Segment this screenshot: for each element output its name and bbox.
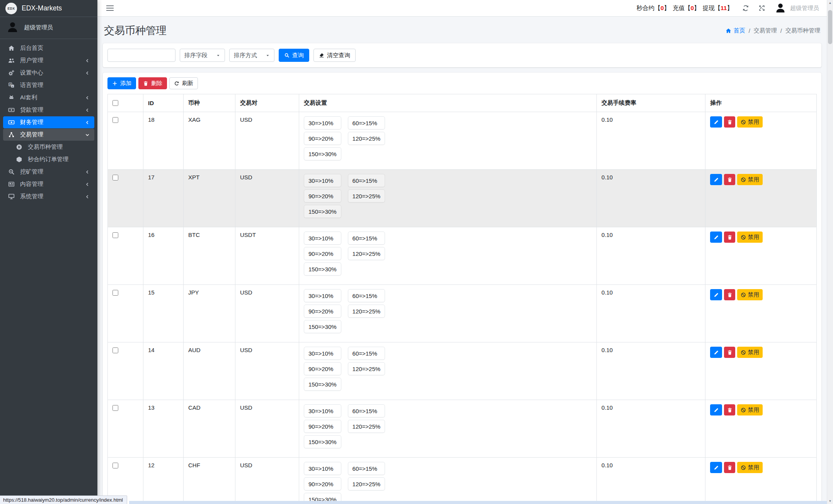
row-checkbox[interactable] [112,175,118,180]
cell-settings: 30=>10%60=>15%90=>20%120=>25%150=>30% [299,342,597,400]
sidebar-item-users[interactable]: 用户管理 [3,54,94,66]
sidebar-item-trade-currency[interactable]: 交易币种管理 [3,141,94,153]
topbar-stat-withdraw[interactable]: 提现【11】 [703,4,733,12]
delete-row-button[interactable] [724,462,735,473]
table-row: 18 XAG USD 30=>10%60=>15%90=>20%120=>25%… [108,112,817,170]
edit-button[interactable] [710,404,722,415]
scroll-down-arrow[interactable]: ▼ [829,499,832,503]
sidebar-item-content[interactable]: 内容管理 [3,178,94,190]
trade-setting-chip: 150=>30% [304,320,341,333]
sidebar-item-loan[interactable]: 贷款管理 [3,104,94,116]
cell-settings: 30=>10%60=>15%90=>20%120=>25%150=>30% [299,227,597,285]
breadcrumb-home-link[interactable]: 首页 [726,27,745,34]
hamburger-menu-icon[interactable] [106,5,114,11]
col-header-fee: 交易手续费率 [597,94,705,112]
brand[interactable]: EDX EDX-Markets [0,0,97,17]
cell-fee: 0.10 [597,170,705,227]
disable-button[interactable]: 禁用 [737,404,763,415]
disable-button[interactable]: 禁用 [737,116,763,128]
row-checkbox[interactable] [112,290,118,296]
sidebar-item-trade[interactable]: 交易管理 [3,129,94,141]
cell-id: 18 [143,112,184,170]
breadcrumb: 首页 /交易管理/交易币种管理 [726,27,820,34]
chevron-left-icon [85,170,90,174]
disable-button[interactable]: 禁用 [737,462,763,473]
scroll-up-arrow[interactable]: ▲ [829,1,832,5]
delete-button[interactable]: 删除 [138,77,167,89]
edit-button[interactable] [710,174,722,185]
delete-row-button[interactable] [724,232,735,243]
edit-button[interactable] [710,347,722,358]
sidebar-item-ai-arbitrage[interactable]: AI套利 [3,92,94,104]
cell-id: 12 [143,458,184,504]
table-row: 17 XPT USD 30=>10%60=>15%90=>20%120=>25%… [108,170,817,227]
cube-icon [15,156,23,163]
trade-setting-chip: 120=>25% [348,420,385,433]
disable-button[interactable]: 禁用 [737,347,763,358]
row-checkbox[interactable] [112,117,118,123]
add-button[interactable]: 添加 [107,77,136,89]
cell-id: 16 [143,227,184,285]
trade-setting-chip: 120=>25% [348,189,385,203]
topbar-stat-recharge[interactable]: 充值【0】 [673,4,700,12]
trade-setting-chip: 120=>25% [348,247,385,260]
col-header-currency: 币种 [184,94,235,112]
clear-search-button[interactable]: 清空查询 [313,49,356,62]
sidebar-item-seconds-orders[interactable]: 秒合约订单管理 [3,153,94,165]
delete-row-button[interactable] [724,404,735,415]
breadcrumb-separator: / [749,27,750,34]
trade-setting-chip: 90=>20% [304,362,341,375]
gears-icon [7,70,15,76]
trade-setting-chip: 150=>30% [304,205,341,218]
row-checkbox[interactable] [112,463,118,468]
trash-icon [727,119,732,125]
row-checkbox[interactable] [112,347,118,353]
cell-fee: 0.10 [597,112,705,170]
cell-id: 14 [143,342,184,400]
disable-button[interactable]: 禁用 [737,289,763,300]
table-row: 16 BTC USDT 30=>10%60=>15%90=>20%120=>25… [108,227,817,285]
delete-row-button[interactable] [724,116,735,128]
search-button[interactable]: 查询 [279,49,309,62]
select-all-checkbox[interactable] [112,100,118,106]
trade-setting-chip: 30=>10% [304,232,341,245]
scrollbar-thumb[interactable] [828,10,832,44]
trash-icon [143,81,148,86]
disable-button[interactable]: 禁用 [737,232,763,243]
delete-row-button[interactable] [724,174,735,185]
sidebar-item-system[interactable]: 系统管理 [3,191,94,203]
user-avatar-icon [775,2,786,15]
trade-setting-chip: 30=>10% [304,404,341,417]
row-checkbox[interactable] [112,405,118,411]
page-title: 交易币种管理 [104,24,167,37]
edit-button[interactable] [710,462,722,473]
users-icon [7,57,15,64]
sidebar-item-home[interactable]: 后台首页 [3,42,94,54]
row-checkbox[interactable] [112,232,118,238]
sort-field-select[interactable]: 排序字段 [180,49,225,62]
delete-row-button[interactable] [724,289,735,300]
plus-icon [112,81,118,86]
ban-icon [741,407,746,413]
disable-button[interactable]: 禁用 [737,174,763,185]
vertical-scrollbar[interactable]: ▲ ▼ [827,0,833,504]
sidebar-item-finance[interactable]: 财务管理 [3,116,94,128]
sidebar-item-language[interactable]: 语言管理 [3,79,94,91]
pencil-icon [714,292,719,298]
sidebar-user-panel[interactable]: 超级管理员 [0,17,97,39]
table-toolbar: 添加 删除 刷新 [107,77,817,89]
sort-order-select[interactable]: 排序方式 [229,49,274,62]
keyword-input[interactable] [107,49,175,62]
delete-row-button[interactable] [724,347,735,358]
sidebar-item-mining[interactable]: 挖矿管理 [3,166,94,178]
edit-button[interactable] [710,289,722,300]
sidebar-item-settings[interactable]: 设置中心 [3,67,94,79]
refresh-icon[interactable] [742,5,749,12]
topbar-stat-seconds-contract[interactable]: 秒合约【0】 [637,4,670,12]
refresh-button[interactable]: 刷新 [169,77,198,89]
edit-button[interactable] [710,232,722,243]
fullscreen-icon[interactable] [758,5,765,12]
edit-button[interactable] [710,116,722,128]
trash-icon [727,292,732,298]
topbar-user-menu[interactable]: 超级管理员 [775,2,819,15]
